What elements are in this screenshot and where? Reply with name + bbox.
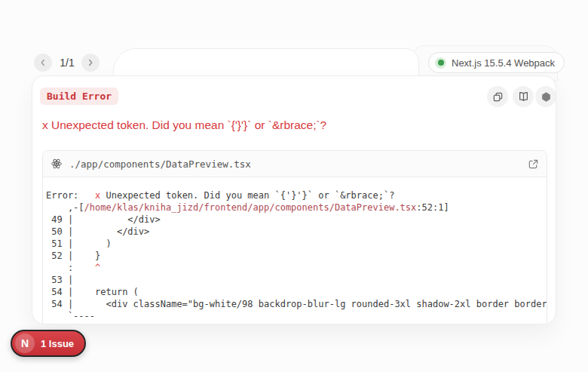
code-line: 54 | <div className="bg-white/98 backdro… [46, 298, 547, 310]
version-label: Next.js 15.5.4 Webpack [452, 57, 555, 69]
chevron-right-icon [85, 57, 96, 68]
issues-indicator-badge[interactable]: N 1 Issue [11, 330, 86, 357]
code-line: `---- [46, 310, 547, 322]
nodejs-hexagon-icon [541, 91, 552, 103]
react-icon [51, 158, 63, 170]
nextjs-logo-icon: N [15, 334, 35, 353]
issue-count-label: 1 Issue [41, 338, 74, 349]
code-line: 51 | ) [46, 238, 547, 250]
next-error-button[interactable] [81, 54, 100, 72]
chevron-left-icon [38, 57, 48, 68]
code-lines: Error: x Unexpected token. Did you mean … [43, 177, 547, 322]
nodejs-inspector-button[interactable] [535, 86, 556, 107]
nextjs-error-overlay: 1/1 Next.js 15.5.4 Webpack Build Error x… [0, 0, 588, 372]
external-link-icon[interactable] [528, 158, 539, 170]
docs-button[interactable] [513, 86, 534, 107]
error-pagination-count: 1/1 [54, 57, 80, 69]
error-message-heading: x Unexpected token. Did you mean `{'}'}`… [42, 118, 540, 132]
code-line: 54 | return ( [46, 286, 547, 298]
code-line: Error: x Unexpected token. Did you mean … [46, 189, 547, 201]
status-dot-icon [435, 57, 446, 69]
code-line: : ^ [46, 262, 547, 274]
copy-icon [492, 91, 504, 103]
previous-error-button[interactable] [34, 54, 52, 72]
file-path-bar[interactable]: ./app/components/DataPreview.tsx [43, 151, 547, 177]
code-line: 53 | [46, 274, 547, 286]
code-line: 49 | </div> [46, 214, 547, 226]
code-line: 50 | </div> [46, 226, 547, 238]
nextjs-version-pill[interactable]: Next.js 15.5.4 Webpack [428, 52, 565, 73]
error-type-badge: Build Error [40, 88, 118, 105]
copy-error-button[interactable] [487, 86, 508, 107]
docs-book-icon [518, 91, 529, 103]
error-dialog: Build Error x Unexpected token. Did you … [32, 75, 556, 324]
code-line: ,-[/home/klas/kniha_jizd/frontend/app/co… [46, 201, 547, 214]
code-line: 52 | } [46, 250, 547, 262]
code-frame: ./app/components/DataPreview.tsx Error: … [42, 150, 547, 324]
file-path: ./app/components/DataPreview.tsx [69, 158, 528, 170]
